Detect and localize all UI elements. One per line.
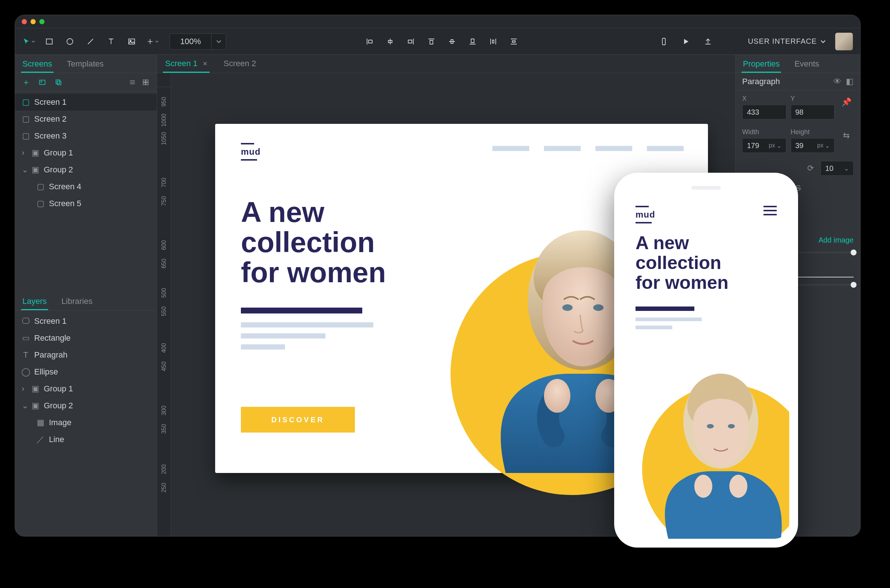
window-zoom-icon[interactable] bbox=[39, 19, 45, 24]
layer-item-screen1[interactable]: 🖵 Screen 1 bbox=[15, 313, 157, 330]
screens-item-group2[interactable]: ⌄ ▣ Group 2 bbox=[15, 161, 157, 178]
align-left-icon[interactable] bbox=[363, 35, 376, 48]
width-value: 179 bbox=[747, 141, 759, 150]
tab-layers[interactable]: Layers bbox=[15, 292, 54, 310]
add-image-screen-button[interactable] bbox=[37, 77, 47, 87]
image-tool[interactable] bbox=[125, 35, 138, 48]
add-screen-button[interactable]: ＋ bbox=[21, 77, 31, 87]
y-input[interactable]: 98 bbox=[791, 105, 835, 119]
svg-point-6 bbox=[41, 81, 42, 82]
tree-item-label: Screen 1 bbox=[34, 98, 66, 107]
x-label: X bbox=[742, 95, 786, 102]
unit-select[interactable]: px ⌄ bbox=[769, 142, 782, 149]
width-input[interactable]: 179 px ⌄ bbox=[742, 138, 786, 153]
mobile-preview-device[interactable]: mud A new collection for women bbox=[614, 173, 798, 548]
screens-item-screen4[interactable]: ▢ Screen 4 bbox=[15, 178, 157, 195]
y-label: Y bbox=[791, 95, 835, 102]
phone-notch bbox=[668, 182, 745, 194]
layer-item-group2[interactable]: ⌄ ▣ Group 2 bbox=[15, 397, 157, 414]
height-input[interactable]: 39 px ⌄ bbox=[791, 138, 835, 153]
doc-tab-screen2[interactable]: Screen 2 bbox=[215, 54, 264, 73]
screens-item-group1[interactable]: › ▣ Group 1 bbox=[15, 144, 157, 161]
tab-libraries[interactable]: Libraries bbox=[54, 292, 100, 310]
discover-button[interactable]: DISCOVER bbox=[241, 407, 355, 432]
list-view-button[interactable] bbox=[127, 77, 138, 87]
close-icon[interactable]: ✕ bbox=[203, 60, 207, 67]
mobile-preview-screen: mud A new collection for women bbox=[623, 182, 789, 539]
screens-item-screen1[interactable]: ▢ Screen 1 bbox=[15, 94, 157, 111]
workspace-menu[interactable]: USER INTERFACE bbox=[748, 37, 825, 46]
chevron-down-icon[interactable] bbox=[211, 33, 226, 50]
play-icon[interactable] bbox=[680, 35, 692, 48]
mobile-paragraph-placeholder bbox=[636, 318, 702, 329]
brand-text: mud bbox=[241, 147, 261, 157]
window-close-icon[interactable] bbox=[22, 19, 27, 24]
vertical-ruler[interactable]: 9501000105070075060065050055040045030035… bbox=[157, 87, 171, 536]
tab-screens[interactable]: Screens bbox=[15, 55, 60, 73]
ruler-tick-label: 450 bbox=[161, 362, 167, 372]
chevron-right-icon: › bbox=[22, 384, 27, 394]
screen-icon: ▢ bbox=[22, 132, 30, 140]
upload-icon[interactable] bbox=[702, 35, 714, 48]
align-center-v-icon[interactable] bbox=[446, 35, 458, 48]
ruler-tick-label: 500 bbox=[161, 288, 167, 298]
tab-templates[interactable]: Templates bbox=[60, 55, 111, 73]
screens-templates-tabs: Screens Templates bbox=[15, 55, 157, 73]
tab-properties[interactable]: Properties bbox=[735, 55, 787, 73]
layer-item-rectangle[interactable]: ▭ Rectangle bbox=[15, 330, 157, 346]
rectangle-icon: ▭ bbox=[22, 334, 30, 342]
cta-label: DISCOVER bbox=[271, 416, 325, 424]
preview-tools-group: USER INTERFACE bbox=[658, 33, 853, 50]
pin-icon[interactable]: 📌 bbox=[839, 95, 854, 110]
workspace-menu-label: USER INTERFACE bbox=[748, 37, 817, 46]
unit-select[interactable]: px ⌄ bbox=[817, 142, 830, 149]
window-minimize-icon[interactable] bbox=[30, 19, 36, 24]
align-right-icon[interactable] bbox=[404, 35, 417, 48]
align-center-h-icon[interactable] bbox=[384, 35, 397, 48]
x-value: 433 bbox=[747, 108, 759, 117]
layers-libraries-tabs: Layers Libraries bbox=[15, 292, 157, 310]
rotation-icon[interactable]: ⟳ bbox=[807, 164, 814, 173]
grid-view-button[interactable] bbox=[140, 77, 151, 87]
layer-item-line[interactable]: ／ Line bbox=[15, 431, 157, 448]
ellipse-tool[interactable] bbox=[64, 35, 76, 48]
hamburger-icon[interactable] bbox=[764, 206, 777, 215]
screens-item-screen5[interactable]: ▢ Screen 5 bbox=[15, 195, 157, 212]
align-bottom-icon[interactable] bbox=[466, 35, 479, 48]
svg-rect-2 bbox=[129, 39, 135, 44]
align-top-icon[interactable] bbox=[425, 35, 437, 48]
tree-item-label: Group 1 bbox=[44, 148, 73, 158]
distribute-v-icon[interactable] bbox=[508, 35, 520, 48]
layer-item-group1[interactable]: › ▣ Group 1 bbox=[15, 380, 157, 397]
distribute-h-icon[interactable] bbox=[487, 35, 499, 48]
rectangle-tool[interactable] bbox=[43, 35, 56, 48]
layer-item-paragraph[interactable]: T Paragrah bbox=[15, 346, 157, 363]
screens-item-screen2[interactable]: ▢ Screen 2 bbox=[15, 111, 157, 128]
link-dims-icon[interactable]: ⇆ bbox=[839, 128, 854, 143]
svg-point-24 bbox=[729, 475, 747, 498]
cursor-tool[interactable] bbox=[23, 35, 35, 48]
screens-tree: ▢ Screen 1 ▢ Screen 2 ▢ Screen 3 › ▣ Gro… bbox=[15, 92, 157, 214]
zoom-select[interactable]: 100% bbox=[170, 33, 226, 50]
line-tool[interactable] bbox=[84, 35, 97, 48]
device-icon[interactable] bbox=[658, 35, 670, 48]
screens-item-screen3[interactable]: ▢ Screen 3 bbox=[15, 128, 157, 144]
visibility-icon[interactable]: 👁 bbox=[833, 77, 842, 86]
ruler-tick-label: 250 bbox=[161, 483, 167, 493]
layer-item-ellipse[interactable]: ◯ Ellipse bbox=[15, 363, 157, 380]
svg-point-17 bbox=[544, 379, 570, 413]
user-avatar[interactable] bbox=[835, 33, 853, 50]
screen-icon: ▢ bbox=[22, 98, 30, 106]
text-tool[interactable] bbox=[105, 35, 117, 48]
screens-panel-tools: ＋ bbox=[15, 73, 157, 92]
layers-icon[interactable]: ◧ bbox=[846, 77, 854, 86]
folder-icon: ▣ bbox=[31, 402, 39, 410]
layer-item-image[interactable]: ▦ Image bbox=[15, 414, 157, 431]
tab-events[interactable]: Events bbox=[787, 55, 826, 73]
doc-tab-screen1[interactable]: Screen 1 ✕ bbox=[157, 54, 215, 73]
tree-item-label: Screen 2 bbox=[34, 114, 66, 124]
duplicate-screen-button[interactable] bbox=[53, 77, 64, 87]
x-input[interactable]: 433 bbox=[742, 105, 786, 119]
rotation-input[interactable]: 10 ⌄ bbox=[821, 161, 854, 176]
add-tool[interactable] bbox=[146, 35, 158, 48]
